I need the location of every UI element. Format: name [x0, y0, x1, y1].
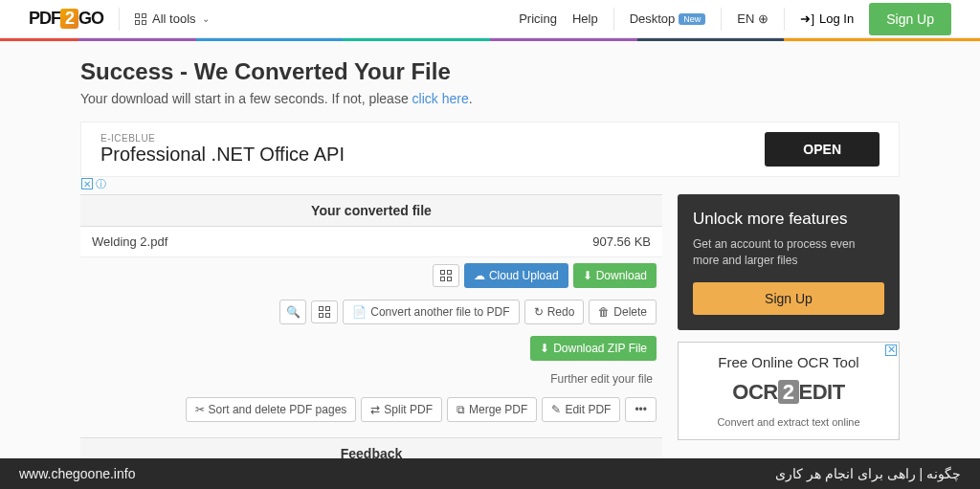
ad-close-icon[interactable]: ✕	[81, 178, 93, 189]
desktop-label: Desktop	[630, 11, 676, 26]
ad-title: Professional .NET Office API	[100, 144, 765, 166]
language-selector[interactable]: EN ⊕	[737, 11, 768, 26]
all-tools-menu[interactable]: All tools ⌄	[135, 11, 210, 26]
redo-button[interactable]: ↻Redo	[524, 300, 585, 324]
file-row: Welding 2.pdf 907.56 KB	[80, 227, 662, 257]
ad-banner[interactable]: E-ICEBLUE Professional .NET Office API O…	[80, 122, 900, 177]
login-label: Log In	[819, 11, 854, 26]
edit-icon: ✎	[551, 403, 561, 416]
page-title: Success - We Converted Your File	[80, 58, 900, 85]
chevron-down-icon: ⌄	[202, 13, 210, 24]
logo-text-pdf: PDF	[29, 9, 60, 28]
converted-panel: Your converted file Welding 2.pdf 907.56…	[80, 194, 662, 489]
unlock-features-box: Unlock more features Get an account to p…	[678, 194, 900, 330]
divider	[784, 8, 785, 31]
ocr-heading: Free Online OCR Tool	[686, 354, 891, 370]
download-button[interactable]: ⬇Download	[573, 263, 657, 288]
divider	[613, 8, 614, 31]
split-icon: ⇄	[370, 403, 380, 416]
sort-pages-button[interactable]: ✂Sort and delete PDF pages	[186, 397, 357, 422]
footer-bar: www.chegoone.info چگونه | راهی برای انجا…	[0, 458, 980, 489]
search-button[interactable]: 🔍	[279, 300, 306, 324]
login-button[interactable]: ➜] Log In	[800, 11, 854, 26]
ad-brand: E-ICEBLUE	[100, 133, 765, 144]
merge-pdf-button[interactable]: ⧉Merge PDF	[447, 397, 537, 422]
signup-button[interactable]: Sign Up	[869, 3, 951, 35]
download-zip-button[interactable]: ⬇Download ZIP File	[530, 336, 657, 361]
unlock-title: Unlock more features	[693, 210, 884, 229]
lang-label: EN	[737, 11, 754, 26]
scissors-icon: ✂	[195, 403, 205, 416]
all-tools-label: All tools	[152, 11, 196, 26]
nav-desktop[interactable]: Desktop New	[630, 11, 706, 26]
ocr-logo: OCR2EDIT	[686, 380, 891, 405]
divider	[119, 8, 120, 31]
download-icon: ⬇	[540, 342, 549, 355]
site-logo[interactable]: PDF2GO	[29, 9, 103, 29]
ad-marker: ✕ ⓘ	[81, 178, 106, 189]
footer-url: www.chegoone.info	[19, 466, 135, 481]
converted-header: Your converted file	[80, 194, 662, 227]
globe-icon: ⊕	[758, 11, 768, 26]
qr-button[interactable]	[433, 264, 459, 287]
cloud-icon: ☁	[474, 269, 485, 282]
download-icon: ⬇	[583, 269, 592, 282]
qr-icon	[319, 306, 330, 318]
unlock-signup-button[interactable]: Sign Up	[693, 282, 884, 315]
new-badge: New	[679, 13, 705, 25]
delete-button[interactable]: 🗑Delete	[589, 300, 657, 324]
nav-help[interactable]: Help	[572, 11, 598, 26]
file-name: Welding 2.pdf	[92, 234, 167, 249]
edit-pdf-button[interactable]: ✎Edit PDF	[542, 397, 620, 422]
search-icon: 🔍	[286, 305, 301, 319]
grid-icon	[135, 13, 146, 25]
further-edit-label: Further edit your file	[80, 367, 662, 391]
login-icon: ➜]	[800, 11, 814, 26]
top-header: PDF2GO All tools ⌄ Pricing Help Desktop …	[0, 0, 980, 38]
split-pdf-button[interactable]: ⇄Split PDF	[361, 397, 442, 422]
page-subtitle: Your download will start in a few second…	[80, 91, 900, 106]
merge-icon: ⧉	[457, 403, 465, 416]
qr-icon	[440, 270, 452, 281]
file-icon: 📄	[352, 305, 367, 319]
redo-icon: ↻	[534, 305, 544, 319]
ad-info-icon[interactable]: ⓘ	[95, 178, 106, 189]
divider	[721, 8, 722, 31]
logo-text-go: GO	[78, 9, 103, 28]
convert-another-button[interactable]: 📄Convert another file to PDF	[343, 300, 519, 324]
ad-open-button[interactable]: OPEN	[765, 132, 880, 167]
trash-icon: 🗑	[598, 305, 610, 319]
file-size: 907.56 KB	[592, 234, 651, 249]
ocr-subtitle: Convert and extract text online	[686, 416, 891, 428]
ad-close-icon[interactable]: ✕	[885, 345, 897, 356]
logo-text-2: 2	[60, 9, 78, 29]
nav-pricing[interactable]: Pricing	[519, 11, 557, 26]
cloud-upload-button[interactable]: ☁Cloud Upload	[464, 263, 568, 288]
unlock-text: Get an account to process even more and …	[693, 236, 884, 269]
more-button[interactable]: •••	[625, 397, 657, 422]
ocr-ad-box[interactable]: ✕ Free Online OCR Tool OCR2EDIT Convert …	[678, 342, 900, 440]
click-here-link[interactable]: click here	[412, 91, 469, 106]
qr-button-2[interactable]	[311, 300, 338, 323]
footer-slogan: چگونه | راهی برای انجام هر کاری	[775, 466, 961, 481]
